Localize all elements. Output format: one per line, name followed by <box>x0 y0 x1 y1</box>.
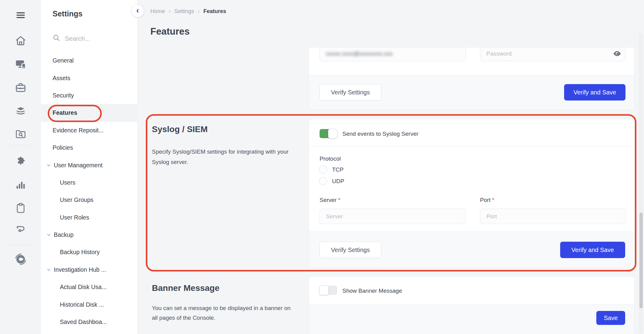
banner-section-title: Banner Message <box>152 283 220 293</box>
syslog-card-footer: Verify Settings Verify and Save <box>309 231 634 268</box>
nav-item-label: Features <box>53 109 77 116</box>
settings-nav-item-general[interactable]: General <box>41 52 138 69</box>
breadcrumb-settings[interactable]: Settings <box>174 8 194 15</box>
settings-nav-item-user-groups[interactable]: User Groups <box>41 191 138 209</box>
breadcrumb-home[interactable]: Home <box>150 8 165 15</box>
banner-section-description: You can set a message to be displayed in… <box>152 303 296 323</box>
chevron-down-icon <box>46 163 51 168</box>
nav-item-label: Evidence Reposit... <box>53 127 104 134</box>
logo-swirl-icon[interactable] <box>0 252 41 266</box>
save-button[interactable]: Save <box>596 311 625 325</box>
clipboard-icon[interactable] <box>0 202 41 214</box>
settings-nav-item-user-management[interactable]: User Management <box>41 156 138 174</box>
smtp-card: xxxxx.xxxx@xxxxxxxx.xxx Verify Settings … <box>309 48 635 110</box>
home-icon[interactable] <box>0 35 41 46</box>
nav-item-label: Actual Disk Usa... <box>60 284 107 291</box>
verify-settings-button[interactable]: Verify Settings <box>320 242 381 258</box>
radio-udp[interactable]: UDP <box>319 177 344 185</box>
chevron-down-icon <box>46 232 51 237</box>
settings-panel: Settings GeneralAssetsSecurityFeaturesEv… <box>41 0 138 334</box>
chevron-down-icon <box>46 267 51 272</box>
smtp-card-footer: Verify Settings Verify and Save <box>309 75 634 110</box>
server-label: Server* <box>320 197 340 203</box>
chevron-right-icon: › <box>169 8 171 15</box>
toggle-knob <box>319 285 329 295</box>
syslog-section-description: Specify Syslog/SIEM settings for integra… <box>152 147 290 167</box>
banner-card-footer: Save <box>309 304 634 334</box>
puzzle-icon[interactable] <box>0 156 41 167</box>
settings-nav-item-user-roles[interactable]: User Roles <box>41 209 138 226</box>
scrollbar-thumb[interactable] <box>639 213 643 308</box>
port-label: Port* <box>480 197 494 203</box>
breadcrumb: Home › Settings › Features <box>150 8 226 15</box>
settings-nav-item-users[interactable]: Users <box>41 174 138 191</box>
eye-icon[interactable] <box>613 49 621 59</box>
syslog-toggle-label: Send events to Syslog Server <box>342 131 418 137</box>
syslog-toggle[interactable] <box>320 129 337 138</box>
verify-and-save-button[interactable]: Verify and Save <box>560 242 625 258</box>
syslog-section-title: Syslog / SIEM <box>152 124 208 134</box>
protocol-label: Protocol <box>320 155 341 162</box>
breadcrumb-current: Features <box>203 8 226 15</box>
settings-nav: GeneralAssetsSecurityFeaturesEvidence Re… <box>41 52 138 331</box>
email-field[interactable]: xxxxx.xxxx@xxxxxxxx.xxx <box>320 48 466 61</box>
settings-nav-item-evidence-reposit[interactable]: Evidence Reposit... <box>41 122 138 139</box>
nav-item-label: User Groups <box>60 196 94 203</box>
settings-nav-item-backup-history[interactable]: Backup History <box>41 244 138 261</box>
route-icon[interactable] <box>0 224 41 235</box>
icon-rail <box>0 0 41 334</box>
nav-item-label: User Roles <box>60 214 89 221</box>
verify-and-save-button[interactable]: Verify and Save <box>564 84 625 101</box>
server-input[interactable] <box>320 209 466 224</box>
layers-icon[interactable] <box>0 105 41 117</box>
email-obscured-value: xxxxx.xxxx@xxxxxxxx.xxx <box>326 50 393 57</box>
banner-toggle-label: Show Banner Message <box>342 288 402 294</box>
collapse-panel-button[interactable]: ‹ <box>132 5 144 17</box>
radio-tcp[interactable]: TCP <box>319 165 344 174</box>
divider <box>309 146 634 146</box>
required-marker: * <box>492 197 494 203</box>
search-input[interactable] <box>65 35 128 42</box>
chevron-left-icon: ‹ <box>136 6 139 15</box>
rail-divider <box>9 245 32 245</box>
port-input[interactable] <box>480 209 625 224</box>
radio-circle <box>319 177 327 185</box>
settings-nav-item-actual-disk-usa[interactable]: Actual Disk Usa... <box>41 278 138 296</box>
settings-search[interactable] <box>53 34 128 43</box>
settings-nav-item-features[interactable]: Features <box>41 104 138 121</box>
nav-item-label: Policies <box>53 144 73 151</box>
radio-label: UDP <box>332 178 344 185</box>
chevron-right-icon: › <box>198 8 200 15</box>
syslog-card: Send events to Syslog Server Protocol TC… <box>309 119 635 268</box>
nav-item-label: Security <box>53 92 74 99</box>
nav-item-label: Assets <box>53 75 70 82</box>
app-window: Settings GeneralAssetsSecurityFeaturesEv… <box>0 0 644 334</box>
nav-item-label: Backup <box>54 231 74 238</box>
settings-nav-item-security[interactable]: Security <box>41 87 138 104</box>
settings-nav-item-historical-disk[interactable]: Historical Disk ... <box>41 296 138 313</box>
nav-item-label: Users <box>60 179 75 186</box>
monitor-device-icon[interactable] <box>0 58 41 70</box>
menu-icon[interactable] <box>0 10 41 20</box>
settings-nav-item-policies[interactable]: Policies <box>41 139 138 156</box>
required-marker: * <box>338 197 340 203</box>
radio-label: TCP <box>332 166 344 173</box>
banner-card: Show Banner Message Save <box>309 276 635 334</box>
banner-toggle[interactable] <box>320 286 337 295</box>
toggle-knob <box>328 129 337 138</box>
nav-item-label: Saved Dashboa... <box>60 319 107 325</box>
settings-nav-item-investigation-hub[interactable]: Investigation Hub ... <box>41 261 138 278</box>
bar-chart-icon[interactable] <box>0 179 41 190</box>
radio-circle <box>319 165 327 174</box>
settings-nav-item-saved-dashboa[interactable]: Saved Dashboa... <box>41 313 138 331</box>
nav-item-label: Historical Disk ... <box>60 301 104 308</box>
nav-item-label: User Management <box>54 162 102 169</box>
folder-search-icon[interactable] <box>0 128 41 140</box>
rail-divider <box>9 145 32 145</box>
briefcase-icon[interactable] <box>0 82 41 93</box>
password-field[interactable] <box>480 48 625 61</box>
nav-item-label: General <box>53 57 74 64</box>
settings-nav-item-assets[interactable]: Assets <box>41 69 138 87</box>
verify-settings-button[interactable]: Verify Settings <box>320 84 381 101</box>
settings-nav-item-backup[interactable]: Backup <box>41 226 138 244</box>
